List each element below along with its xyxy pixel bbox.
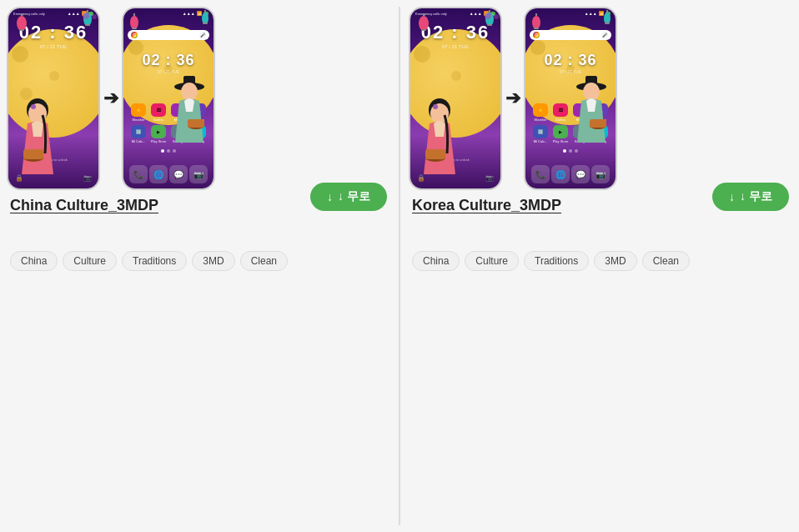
svg-point-24 bbox=[419, 16, 429, 31]
svg-rect-14 bbox=[132, 28, 137, 29]
korea-home-phone: ▲▲▲ 📶 + G 🎤 02 : 36 07 / 21 TUE bbox=[524, 7, 617, 190]
korea-home-time: 02 : 36 bbox=[544, 52, 596, 69]
china-lock-phone: Emergency calls only ▲▲▲ 📶 + 02 : 36 07 … bbox=[7, 7, 100, 190]
korea-arrow: ➔ bbox=[502, 88, 524, 109]
svg-rect-12 bbox=[133, 13, 135, 16]
svg-point-35 bbox=[532, 16, 540, 29]
china-lock-date: 07 / 21 TUE bbox=[40, 44, 67, 49]
korea-lock-screen: Emergency calls only ▲▲▲ 📶 + 02 : 36 07 … bbox=[410, 8, 500, 188]
korea-gallery-icon[interactable]: 🖼 Gallery bbox=[551, 103, 570, 122]
china-lock-screen: Emergency calls only ▲▲▲ 📶 + 02 : 36 07 … bbox=[8, 8, 98, 188]
china-culture-card: Emergency calls only ▲▲▲ 📶 + 02 : 36 07 … bbox=[7, 7, 390, 525]
korea-messages-icon[interactable]: 💬 bbox=[571, 165, 590, 183]
china-arrow: ➔ bbox=[100, 88, 122, 109]
korea-home-screen: ▲▲▲ 📶 + G 🎤 02 : 36 07 / 21 TUE bbox=[525, 8, 616, 188]
svg-point-31 bbox=[433, 104, 438, 109]
china-card-info: China Culture_3MDP ↓ ↓ 무로 China Culture … bbox=[7, 197, 390, 271]
arrow-right-icon: ➔ bbox=[103, 88, 118, 109]
china-home-screen: ▲▲▲ 📶 + G 🎤 02 : 36 07 / 21 TUE bbox=[123, 8, 214, 188]
gallery-app-icon[interactable]: 🖼 Gallery bbox=[149, 103, 168, 122]
korea-culture-card: Emergency calls only ▲▲▲ 📶 + 02 : 36 07 … bbox=[409, 7, 792, 525]
korea-phone-icon[interactable]: 📞 bbox=[531, 165, 550, 183]
svg-rect-44 bbox=[590, 119, 606, 128]
china-home-phone: ▲▲▲ 📶 + G 🎤 02 : 36 07 / 21 TUE bbox=[122, 7, 215, 190]
korea-card-info: Korea Culture_3MDP ↓ ↓ 무로 China Culture … bbox=[409, 197, 792, 271]
svg-rect-0 bbox=[21, 13, 23, 16]
svg-rect-36 bbox=[534, 28, 539, 29]
svg-rect-39 bbox=[605, 23, 610, 24]
china-tag-1[interactable]: Culture bbox=[63, 251, 117, 271]
svg-rect-23 bbox=[423, 13, 425, 16]
korea-title: Korea Culture_3MDP bbox=[412, 197, 561, 214]
china-title: China Culture_3MDP bbox=[10, 197, 158, 214]
camera-dock-icon[interactable]: 📷 bbox=[189, 165, 208, 183]
download-icon: ↓ bbox=[327, 190, 333, 203]
china-tags-row: China Culture Traditions 3MD Clean bbox=[10, 251, 387, 271]
china-download-label: ↓ 무로 bbox=[338, 189, 370, 204]
svg-rect-22 bbox=[188, 119, 204, 128]
svg-point-42 bbox=[583, 83, 600, 101]
china-home-time: 02 : 36 bbox=[142, 52, 194, 69]
china-download-btn[interactable]: ↓ ↓ 무로 bbox=[310, 183, 387, 211]
vertical-divider bbox=[399, 7, 400, 525]
china-tag-4[interactable]: Clean bbox=[240, 251, 288, 271]
weather-app-icon[interactable]: ☀️ Weather bbox=[129, 103, 148, 122]
korea-download-icon: ↓ bbox=[729, 190, 735, 203]
svg-rect-37 bbox=[606, 10, 608, 13]
svg-rect-11 bbox=[23, 149, 43, 159]
svg-point-38 bbox=[604, 13, 611, 24]
korea-tag-2[interactable]: Traditions bbox=[524, 251, 589, 271]
korea-phone-pair: Emergency calls only ▲▲▲ 📶 + 02 : 36 07 … bbox=[409, 7, 617, 190]
korea-tags-row: China Culture Traditions 3MD Clean bbox=[412, 251, 789, 271]
korea-tag-1[interactable]: Culture bbox=[465, 251, 519, 271]
playstore-app-icon[interactable]: ▶ Play Store bbox=[149, 125, 168, 143]
camera-icon-lock: 📷 bbox=[83, 174, 92, 182]
korea-bottom-dock: 📞 🌐 💬 📷 bbox=[525, 165, 616, 183]
china-search-bar[interactable]: G 🎤 bbox=[128, 30, 209, 40]
korea-weather-icon[interactable]: ☀️ Weather bbox=[531, 103, 550, 122]
korea-download-btn[interactable]: ↓ ↓ 무로 bbox=[712, 183, 789, 211]
main-container: Emergency calls only ▲▲▲ 📶 + 02 : 36 07 … bbox=[7, 7, 792, 525]
korea-download-label: ↓ 무로 bbox=[740, 189, 772, 204]
korea-tag-0[interactable]: China bbox=[412, 251, 460, 271]
korea-lock-time: 02 : 36 bbox=[421, 22, 490, 43]
svg-point-9 bbox=[31, 104, 36, 109]
korea-browser-icon[interactable]: 🌐 bbox=[551, 165, 570, 183]
svg-rect-15 bbox=[204, 10, 206, 13]
svg-rect-3 bbox=[19, 29, 24, 31]
korea-search-bar[interactable]: G 🎤 bbox=[530, 30, 611, 40]
korea-tag-3[interactable]: 3MD bbox=[594, 251, 636, 271]
china-lock-time: 02 : 36 bbox=[19, 22, 88, 43]
svg-rect-17 bbox=[203, 23, 208, 24]
svg-point-13 bbox=[130, 16, 138, 29]
korea-lock-phone: Emergency calls only ▲▲▲ 📶 + 02 : 36 07 … bbox=[409, 7, 502, 190]
korea-arrow-right-icon: ➔ bbox=[505, 88, 520, 109]
korea-camera-lock-icon: 📷 bbox=[485, 174, 494, 182]
china-bottom-dock: 📞 🌐 💬 📷 bbox=[123, 165, 214, 183]
svg-rect-25 bbox=[421, 29, 426, 31]
china-tag-2[interactable]: Traditions bbox=[122, 251, 187, 271]
china-phone-pair: Emergency calls only ▲▲▲ 📶 + 02 : 36 07 … bbox=[7, 7, 215, 190]
browser-dock-icon[interactable]: 🌐 bbox=[149, 165, 168, 183]
calculator-app-icon[interactable]: 🔢 Mi Calc... bbox=[129, 125, 148, 143]
svg-rect-34 bbox=[535, 13, 537, 16]
china-tag-0[interactable]: China bbox=[10, 251, 58, 271]
svg-rect-28 bbox=[487, 24, 492, 26]
korea-lock-date: 07 / 21 TUE bbox=[442, 44, 469, 49]
korea-camera-icon[interactable]: 📷 bbox=[591, 165, 610, 183]
messages-dock-icon[interactable]: 💬 bbox=[169, 165, 188, 183]
korea-tag-4[interactable]: Clean bbox=[642, 251, 690, 271]
phone-dock-icon[interactable]: 📞 bbox=[129, 165, 148, 183]
korea-calculator-icon[interactable]: 🔢 Mi Calc... bbox=[531, 125, 550, 143]
svg-point-20 bbox=[181, 83, 198, 101]
svg-rect-6 bbox=[85, 24, 90, 26]
china-tag-3[interactable]: 3MD bbox=[192, 251, 234, 271]
svg-rect-33 bbox=[425, 149, 445, 159]
korea-playstore-icon[interactable]: ▶ Play Store bbox=[551, 125, 570, 143]
svg-point-16 bbox=[202, 13, 209, 24]
